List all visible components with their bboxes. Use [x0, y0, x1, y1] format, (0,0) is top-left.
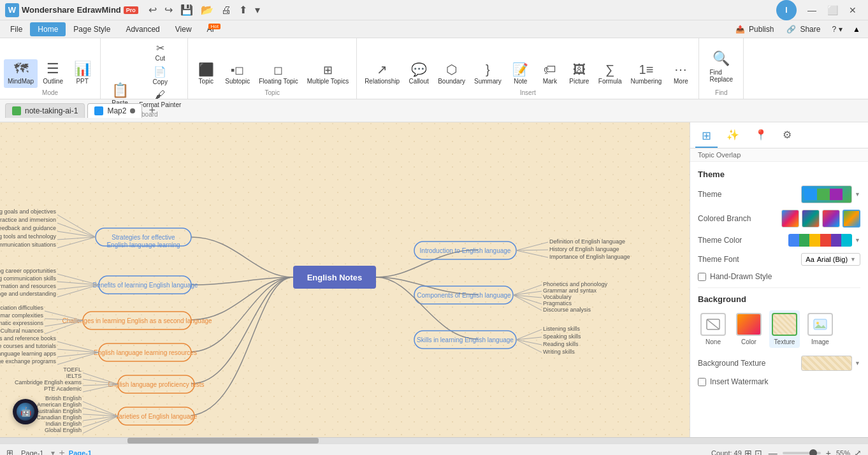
print-btn[interactable]: 🖨 — [219, 3, 234, 17]
svg-text:Listening skills: Listening skills — [543, 326, 581, 332]
fullscreen-btn[interactable]: ⤢ — [854, 448, 862, 456]
copy-icon: 📄 — [154, 66, 166, 78]
menu-file[interactable]: File — [3, 22, 30, 36]
zoom-slider[interactable] — [783, 452, 821, 454]
branch-components[interactable]: Components of English language — [417, 292, 511, 299]
canvas-scrollbar[interactable] — [0, 437, 868, 444]
ribbon-collapse-btn[interactable]: ▲ — [848, 23, 865, 36]
bg-color-option[interactable]: Color — [734, 310, 764, 348]
note-btn[interactable]: 📝 Note — [507, 61, 535, 88]
mark-btn[interactable]: 🏷 Mark — [536, 61, 564, 88]
formula-btn[interactable]: ∑ Formula — [595, 61, 626, 88]
copy-btn[interactable]: 📄 Copy — [136, 64, 184, 87]
multiple-topics-icon: ⊞ — [323, 64, 333, 76]
export-btn[interactable]: ⬆ — [236, 3, 250, 17]
undo-btn[interactable]: ↩ — [146, 3, 159, 17]
multiple-topics-label: Multiple Topics — [307, 78, 349, 85]
multiple-topics-btn[interactable]: ⊞ Multiple Topics — [303, 62, 352, 88]
svg-point-92 — [816, 322, 819, 324]
bg-texture-option[interactable]: Texture — [769, 310, 800, 348]
branch-proficiency[interactable]: English language proficiency tests — [108, 381, 204, 388]
minimize-btn[interactable]: — — [802, 0, 822, 20]
branch-varieties[interactable]: Varieties of English language — [115, 413, 198, 420]
cb-option-3[interactable] — [822, 210, 840, 227]
mindmap-btn[interactable]: 🗺 MindMap — [4, 59, 38, 88]
add-tab-btn[interactable]: + — [145, 103, 159, 119]
add-page-btn[interactable]: + — [59, 447, 64, 456]
callout-btn[interactable]: 💬 Callout — [405, 61, 433, 88]
texture-dropdown-arrow: ▼ — [855, 360, 860, 366]
branch-introduction[interactable]: Introduction to English language — [420, 247, 511, 254]
subtopic-btn[interactable]: ▪◻ Subtopic — [221, 62, 254, 88]
summary-btn[interactable]: } Summary — [470, 61, 505, 88]
page-dropdown-btn[interactable]: ▾ — [51, 449, 55, 456]
menu-view[interactable]: View — [168, 22, 199, 36]
close-btn[interactable]: ✕ — [843, 0, 863, 20]
panel-tab-location[interactable]: 📍 — [748, 125, 774, 148]
zoom-in-btn[interactable]: + — [823, 447, 834, 456]
bg-none-option[interactable]: None — [698, 310, 728, 348]
theme-label: Theme — [698, 190, 721, 199]
cb-option-1[interactable] — [781, 210, 799, 227]
cb-option-4[interactable] — [843, 210, 860, 227]
open-btn[interactable]: 📂 — [198, 3, 216, 17]
save-btn[interactable]: 💾 — [178, 3, 196, 17]
panel-tab-sparkle[interactable]: ✨ — [720, 125, 746, 148]
topic-btn[interactable]: ⬛ Topic — [192, 61, 220, 88]
canvas-area[interactable]: English Notes Strategies for effective E… — [0, 122, 690, 437]
more-title-btn[interactable]: ▾ — [252, 3, 263, 17]
panel-tab-topic-style[interactable]: ⊞ — [695, 125, 718, 148]
zoom-out-btn[interactable]: — — [766, 447, 780, 456]
more-label: More — [674, 78, 688, 85]
find-replace-btn[interactable]: 🔍 FindReplace — [703, 45, 739, 88]
branch-skills[interactable]: Skills in learning English language — [417, 336, 514, 343]
picture-btn[interactable]: 🖼 Picture — [565, 61, 593, 88]
more-btn[interactable]: ⋯ More — [667, 61, 695, 88]
help-btn[interactable]: ? ▾ — [827, 23, 848, 36]
fit-icon[interactable]: ⊡ — [755, 448, 762, 456]
redo-btn[interactable]: ↪ — [162, 3, 175, 17]
svg-text:Reading skills: Reading skills — [543, 341, 579, 347]
texture-preview[interactable] — [801, 356, 852, 371]
zoom-level[interactable]: 55% — [836, 449, 850, 456]
relationship-btn[interactable]: ↗ Relationship — [361, 61, 403, 88]
outline-btn[interactable]: ☰ Outline — [39, 59, 67, 88]
branch-benefits[interactable]: Benefits of learning English language — [92, 282, 198, 289]
bg-image-option[interactable]: Image — [805, 310, 835, 348]
user-avatar[interactable]: I — [776, 0, 797, 20]
menu-advanced[interactable]: Advanced — [118, 22, 167, 36]
status-right: Count: 49 ⊞ ⊡ — + 55% ⤢ — [711, 447, 862, 456]
watermark-checkbox[interactable] — [698, 378, 706, 386]
numbering-btn[interactable]: 1≡ Numbering — [626, 61, 665, 88]
branch-strategies[interactable]: Strategies for effective — [112, 234, 175, 241]
format-painter-btn[interactable]: 🖌 Format Painter — [136, 88, 184, 110]
mindmap-svg: English Notes Strategies for effective E… — [0, 122, 690, 437]
font-dropdown-arrow: ▼ — [850, 256, 856, 263]
floating-topic-btn[interactable]: ◻ Floating Topic — [255, 62, 302, 88]
mode-group-label: Mode — [42, 88, 58, 96]
ppt-btn[interactable]: 📊 PPT — [68, 59, 96, 88]
maximize-btn[interactable]: ⬜ — [822, 0, 843, 20]
page-layout-btn[interactable]: ⊞ — [6, 448, 13, 455]
hand-drawn-checkbox[interactable] — [698, 273, 706, 281]
theme-font-select[interactable]: Aa Arial (Big) ▼ — [801, 253, 860, 266]
panel-tab-settings[interactable]: ⚙ — [776, 125, 798, 148]
branch-resources[interactable]: English language learning resources — [94, 349, 197, 356]
branch-challenges[interactable]: Challenges in learning English as a seco… — [62, 317, 212, 324]
theme-preview[interactable] — [801, 185, 852, 203]
tab-map2[interactable]: Map2 — [87, 103, 142, 118]
ai-assistant-btn[interactable]: 🤖 — [13, 399, 38, 424]
share-btn[interactable]: 🔗 Share — [780, 23, 827, 36]
menu-home[interactable]: Home — [30, 22, 66, 36]
cb-option-2[interactable] — [802, 210, 820, 227]
theme-color-bar[interactable] — [788, 234, 852, 247]
publish-btn[interactable]: 📤 Publish — [729, 23, 780, 36]
relationship-label: Relationship — [365, 78, 400, 85]
tab-note-taking[interactable]: note-taking-ai-1 — [5, 103, 85, 118]
cut-btn[interactable]: ✂ Cut — [136, 41, 184, 63]
scroll-thumb[interactable] — [127, 438, 319, 444]
menu-ai[interactable]: AI Hot — [199, 22, 222, 36]
boundary-btn[interactable]: ⬡ Boundary — [434, 61, 469, 88]
menu-page-style[interactable]: Page Style — [66, 22, 118, 36]
page-1-btn[interactable]: Page-1 — [17, 448, 47, 456]
